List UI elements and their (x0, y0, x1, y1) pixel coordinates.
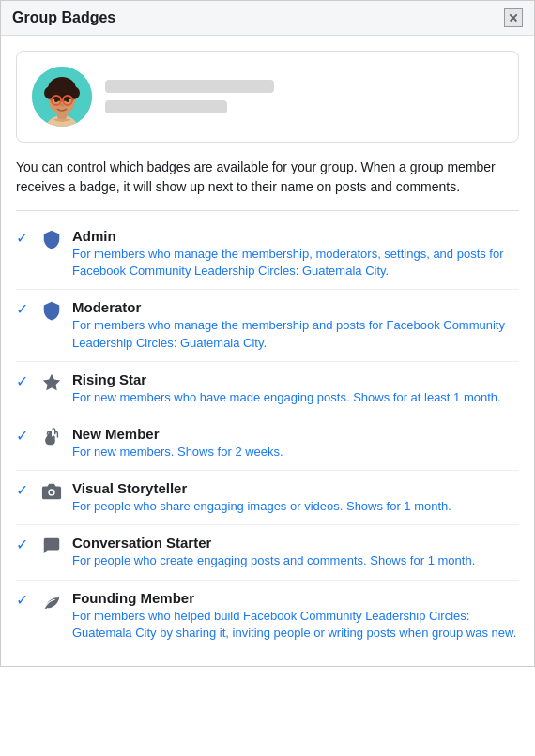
badge-name-visual-storyteller: Visual Storyteller (72, 480, 519, 496)
group-badges-panel: Group Badges (0, 0, 535, 667)
badge-name-founding-member: Founding Member (72, 590, 519, 606)
svg-point-8 (50, 78, 74, 97)
badge-name-conversation-starter: Conversation Starter (72, 535, 519, 551)
badge-icon-rising-star (40, 371, 63, 394)
panel-body: You can control which badges are availab… (1, 36, 534, 666)
svg-point-16 (60, 104, 64, 107)
preview-line-1 (105, 80, 274, 93)
svg-line-12 (50, 99, 52, 100)
badge-item-founding-member: ✓ Founding Member For members who helped… (16, 581, 519, 651)
badge-icon-admin (40, 228, 63, 250)
preview-card (16, 51, 519, 143)
badge-check-new-member[interactable]: ✓ (16, 427, 31, 445)
badge-name-rising-star: Rising Star (72, 371, 519, 387)
badge-name-admin: Admin (72, 228, 519, 244)
badge-check-admin[interactable]: ✓ (16, 229, 31, 247)
badge-check-moderator[interactable]: ✓ (16, 300, 31, 318)
avatar (32, 67, 92, 127)
badge-desc-new-member: For new members. Shows for 2 weeks. (72, 444, 519, 461)
svg-point-15 (66, 98, 69, 102)
badge-item-conversation-starter: ✓ Conversation Starter For people who cr… (16, 525, 519, 580)
close-button[interactable] (504, 8, 523, 27)
preview-line-2 (105, 100, 227, 113)
badge-icon-founding-member (40, 590, 63, 612)
badge-name-moderator: Moderator (72, 299, 519, 315)
badge-item-rising-star: ✓ Rising Star For new members who have m… (16, 362, 519, 416)
badge-item-visual-storyteller: ✓ Visual Storyteller For people who shar… (16, 471, 519, 525)
badge-desc-conversation-starter: For people who create engaging posts and… (72, 552, 519, 569)
badge-desc-moderator: For members who manage the membership an… (72, 317, 519, 351)
preview-lines (105, 80, 503, 113)
badge-desc-visual-storyteller: For people who share engaging images or … (72, 498, 519, 515)
badge-icon-visual-storyteller (40, 480, 63, 503)
svg-line-13 (72, 99, 74, 100)
badge-item-new-member: ✓ New Member For new members. Shows for … (16, 416, 519, 471)
badge-name-new-member: New Member (72, 426, 519, 442)
badge-list: ✓ Admin For members who manage the membe… (16, 219, 519, 651)
badge-item-admin: ✓ Admin For members who manage the membe… (16, 219, 519, 290)
svg-point-18 (50, 491, 54, 495)
badge-desc-admin: For members who manage the membership, m… (72, 246, 519, 280)
badge-item-moderator: ✓ Moderator For members who manage the m… (16, 290, 519, 361)
badge-check-visual-storyteller[interactable]: ✓ (16, 481, 31, 499)
badge-icon-conversation-starter (40, 535, 63, 557)
panel-header: Group Badges (1, 1, 534, 36)
badge-check-founding-member[interactable]: ✓ (16, 591, 31, 609)
description-text: You can control which badges are availab… (16, 158, 519, 211)
badge-check-conversation-starter[interactable]: ✓ (16, 536, 31, 553)
badge-icon-moderator (40, 299, 63, 322)
panel-title: Group Badges (12, 9, 115, 26)
badge-icon-new-member (40, 426, 63, 448)
badge-check-rising-star[interactable]: ✓ (16, 372, 31, 390)
badge-desc-founding-member: For members who helped build Facebook Co… (72, 608, 519, 642)
badge-desc-rising-star: For new members who have made engaging p… (72, 389, 519, 406)
svg-point-14 (54, 98, 58, 102)
